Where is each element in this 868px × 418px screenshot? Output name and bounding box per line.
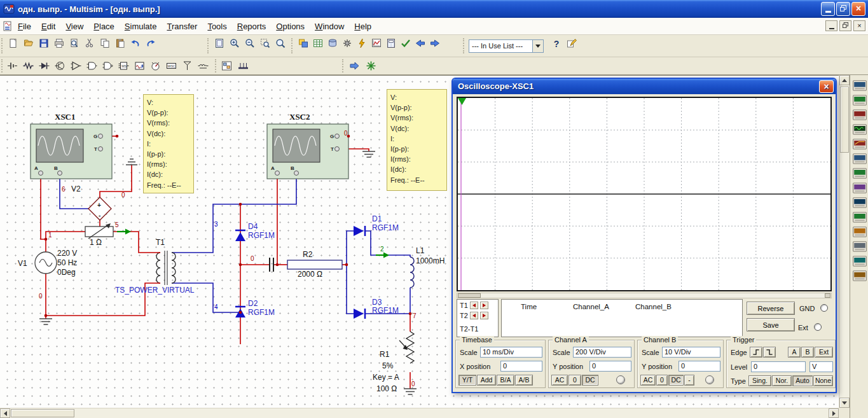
- page-connector-button[interactable]: [347, 58, 362, 73]
- display-scroll-thumb[interactable]: [458, 293, 481, 298]
- place-electromech-button[interactable]: [195, 58, 210, 73]
- timebase-scale-field[interactable]: 10 ms/Div: [480, 347, 542, 358]
- t1-transformer-component[interactable]: T1 TS_POWER_VIRTUAL: [115, 238, 195, 295]
- dialog-close-button[interactable]: ×: [819, 80, 834, 93]
- ground-symbols[interactable]: [39, 151, 417, 394]
- cursor1-left-button[interactable]: [470, 302, 478, 309]
- falling-edge-button[interactable]: [763, 347, 776, 358]
- horizontal-scrollbar[interactable]: [0, 408, 839, 418]
- mdi-restore-button[interactable]: [839, 20, 851, 31]
- channel-a-zero-button[interactable]: 0: [568, 375, 581, 386]
- channel-a-yposition-field[interactable]: 0: [589, 361, 631, 372]
- scroll-up-button[interactable]: [839, 75, 850, 85]
- restore-button[interactable]: [836, 2, 850, 16]
- print-preview-button[interactable]: [66, 35, 83, 52]
- place-source-button[interactable]: [4, 58, 20, 73]
- trigger-ext-button[interactable]: Ext: [815, 347, 833, 358]
- save-button[interactable]: [36, 35, 52, 52]
- in-use-list-combo[interactable]: --- In Use List ---: [469, 39, 544, 53]
- channel-a-scale-field[interactable]: 200 V/Div: [573, 347, 631, 358]
- iv-analyzer-icon[interactable]: [853, 212, 867, 223]
- oscilloscope-display[interactable]: [457, 97, 832, 291]
- r2-resistor-component[interactable]: R2 2000 Ω: [287, 250, 342, 279]
- oscilloscope-icon[interactable]: [853, 124, 867, 136]
- place-cmos-button[interactable]: [100, 58, 115, 73]
- channel-b-dc-button[interactable]: DC: [668, 375, 684, 386]
- place-diode-button[interactable]: [36, 58, 52, 73]
- zoom-full-page-button[interactable]: [211, 35, 228, 52]
- channel-b-zero-button[interactable]: 0: [656, 375, 668, 386]
- copy-button[interactable]: [97, 35, 113, 52]
- display-scrollbar[interactable]: [457, 293, 832, 298]
- zoom-in-button[interactable]: [226, 35, 243, 52]
- place-ttl-button[interactable]: [84, 58, 99, 73]
- ground-radio[interactable]: [820, 304, 828, 312]
- combo-dropdown-icon[interactable]: [532, 40, 543, 52]
- channel-b-ac-button[interactable]: AC: [640, 375, 656, 386]
- multimeter-icon[interactable]: [853, 80, 867, 92]
- oscilloscope-xsc1-component[interactable]: G T A B XSC1: [31, 112, 112, 179]
- v2-source-component[interactable]: + - V2: [71, 185, 111, 220]
- add-mode-button[interactable]: Add: [477, 375, 496, 386]
- reverse-button[interactable]: Reverse: [747, 302, 795, 315]
- ab-mode-button[interactable]: A/B: [515, 375, 533, 386]
- menu-edit[interactable]: Edit: [36, 19, 60, 34]
- network-analyzer-icon[interactable]: [853, 256, 867, 267]
- menu-place[interactable]: Place: [88, 19, 120, 34]
- place-transistor-button[interactable]: [52, 58, 67, 73]
- wattmeter-icon[interactable]: [853, 109, 867, 121]
- wires-blue[interactable]: [60, 176, 410, 314]
- cursor1-right-button[interactable]: [480, 302, 488, 309]
- word-generator-icon[interactable]: [853, 168, 867, 179]
- close-button[interactable]: ×: [851, 2, 865, 16]
- r1-potentiometer-component[interactable]: R1 5% Key = A 100 Ω: [373, 331, 414, 393]
- place-misc-digital-button[interactable]: MS: [116, 58, 131, 73]
- cursor2-right-button[interactable]: [480, 312, 488, 319]
- undo-button[interactable]: [127, 35, 144, 52]
- place-bus-button[interactable]: [235, 58, 251, 73]
- v1-source-component[interactable]: V1 220 V 50 Hz 0Deg: [18, 249, 77, 277]
- place-rf-button[interactable]: [179, 58, 195, 73]
- menu-reports[interactable]: Reports: [232, 19, 272, 34]
- trigger-unit-field[interactable]: V: [809, 361, 833, 372]
- mdi-close-button[interactable]: ×: [853, 20, 865, 31]
- channel-b-scale-field[interactable]: 10 V/Div: [662, 347, 720, 358]
- bode-plotter-icon[interactable]: [853, 139, 867, 150]
- place-indicator-button[interactable]: [148, 58, 163, 73]
- trigger-auto-button[interactable]: Auto: [792, 375, 813, 386]
- zoom-out-button[interactable]: [242, 35, 258, 52]
- display-scroll-button[interactable]: [825, 293, 830, 298]
- l1-inductor-component[interactable]: L1 1000mH: [410, 246, 444, 288]
- help-button[interactable]: ?: [548, 35, 565, 52]
- d2-diode-component[interactable]: D2 RGF1M: [235, 299, 275, 317]
- menu-tools[interactable]: Tools: [202, 19, 231, 34]
- redo-button[interactable]: [142, 35, 159, 52]
- channel-a-ac-button[interactable]: AC: [551, 375, 568, 386]
- trigger-b-button[interactable]: B: [801, 347, 814, 358]
- logic-converter-icon[interactable]: [853, 197, 867, 209]
- ba-mode-button[interactable]: B/A: [497, 375, 514, 386]
- cursor-marker-icon[interactable]: [458, 98, 466, 105]
- timebase-xposition-field[interactable]: 0: [500, 361, 542, 372]
- zoom-area-button[interactable]: [257, 35, 273, 52]
- cursor2-left-button[interactable]: [470, 312, 478, 319]
- scroll-left-button[interactable]: [0, 408, 10, 418]
- trigger-single-button[interactable]: Sing.: [748, 375, 771, 386]
- hierarchical-block-button[interactable]: [219, 58, 234, 73]
- vertical-scroll-thumb[interactable]: [840, 87, 849, 153]
- place-analog-button[interactable]: [68, 58, 83, 73]
- current-probe-icon[interactable]: [853, 270, 867, 282]
- off-page-connector-button[interactable]: [363, 58, 378, 73]
- new-button[interactable]: [5, 35, 22, 52]
- logic-analyzer-icon[interactable]: [853, 183, 867, 194]
- channel-a-knob[interactable]: [616, 375, 625, 384]
- distortion-analyzer-icon[interactable]: [853, 226, 867, 238]
- minimize-button[interactable]: [821, 2, 835, 16]
- place-mixed-button[interactable]: [132, 58, 147, 73]
- menu-window[interactable]: Window: [310, 19, 349, 34]
- cut-button[interactable]: [81, 35, 98, 52]
- coupling-element[interactable]: [270, 258, 273, 272]
- yt-mode-button[interactable]: Y/T: [458, 375, 476, 386]
- d1-diode-component[interactable]: D1 RGF1M: [354, 214, 399, 236]
- document-icon[interactable]: [3, 21, 13, 31]
